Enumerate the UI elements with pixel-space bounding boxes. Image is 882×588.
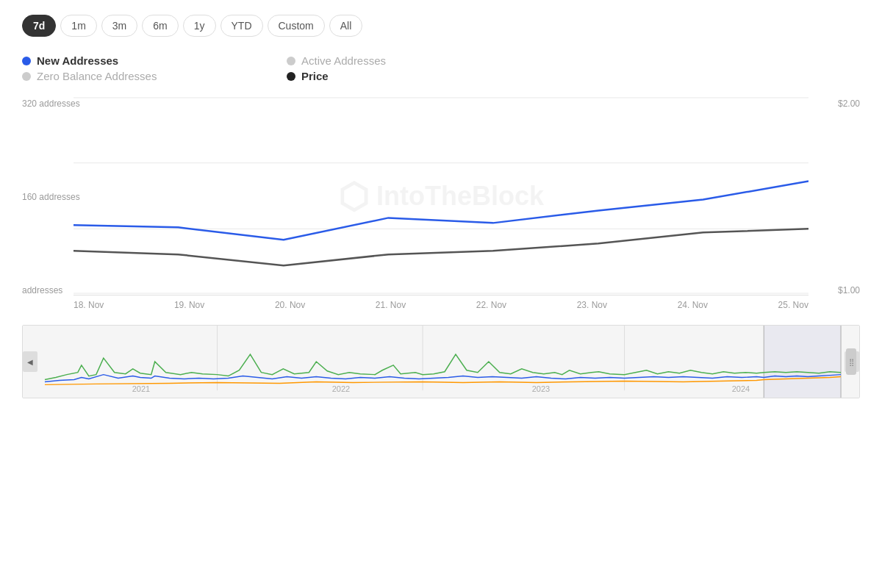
y-label-bot-left: addresses — [22, 285, 80, 295]
legend-label-price: Price — [301, 70, 329, 82]
legend-item-new-addresses[interactable]: New Addresses — [22, 54, 287, 67]
y-label-mid-left: 160 addresses — [22, 192, 80, 202]
svg-rect-4 — [23, 326, 859, 398]
y-axis-left: 320 addresses 160 addresses addresses — [22, 97, 80, 295]
legend-dot-price — [287, 72, 295, 81]
x-label-6: 24. Nov — [678, 300, 708, 310]
navigator-arrow-left[interactable]: ◀ — [23, 351, 37, 372]
time-btn-3m[interactable]: 3m — [101, 15, 137, 37]
y-label-top-left: 320 addresses — [22, 98, 80, 109]
y-axis-right: $2.00 $1.00 — [838, 97, 860, 295]
legend-dot-zero-balance — [22, 72, 31, 81]
legend-label-new-addresses: New Addresses — [37, 54, 118, 67]
time-btn-7d[interactable]: 7d — [22, 15, 56, 37]
x-label-2: 20. Nov — [275, 300, 305, 310]
navigator-svg — [23, 326, 859, 398]
x-label-0: 18. Nov — [74, 300, 104, 310]
x-axis: 18. Nov 19. Nov 20. Nov 21. Nov 22. Nov … — [74, 295, 808, 318]
price-line — [74, 229, 808, 265]
y-label-bot-right: $1.00 — [838, 285, 860, 295]
chart-svg — [74, 97, 808, 295]
time-btn-1y[interactable]: 1y — [183, 15, 216, 37]
time-filter-bar: 7d 1m 3m 6m 1y YTD Custom All — [22, 15, 860, 37]
time-btn-ytd[interactable]: YTD — [220, 15, 263, 37]
chart-wrapper: 320 addresses 160 addresses addresses $2… — [22, 97, 860, 318]
x-label-5: 23. Nov — [577, 300, 607, 310]
legend-dot-active-addresses — [287, 57, 295, 65]
svg-rect-8 — [764, 326, 841, 398]
time-btn-1m[interactable]: 1m — [60, 15, 96, 37]
legend-dot-new-addresses — [22, 57, 31, 65]
legend-item-zero-balance[interactable]: Zero Balance Addresses — [22, 70, 287, 82]
chart-navigator[interactable]: 2021 2022 2023 2024 ◀ ▶ — [22, 325, 860, 398]
legend-label-zero-balance: Zero Balance Addresses — [37, 70, 157, 82]
x-label-1: 19. Nov — [174, 300, 204, 310]
x-label-3: 21. Nov — [376, 300, 406, 310]
new-addresses-line — [74, 182, 808, 240]
x-label-7: 25. Nov — [778, 300, 808, 310]
y-label-top-right: $2.00 — [838, 98, 860, 109]
time-btn-6m[interactable]: 6m — [142, 15, 178, 37]
chart-legend: New Addresses Active Addresses Zero Bala… — [22, 54, 551, 82]
main-chart[interactable]: ⬡ IntoTheBlock — [74, 97, 808, 295]
legend-item-price[interactable]: Price — [287, 70, 551, 82]
time-btn-all[interactable]: All — [329, 15, 363, 37]
legend-item-active-addresses[interactable]: Active Addresses — [287, 54, 551, 67]
legend-label-active-addresses: Active Addresses — [301, 54, 386, 67]
time-btn-custom[interactable]: Custom — [268, 15, 325, 37]
navigator-handle-right[interactable] — [846, 348, 856, 375]
x-label-4: 22. Nov — [476, 300, 506, 310]
